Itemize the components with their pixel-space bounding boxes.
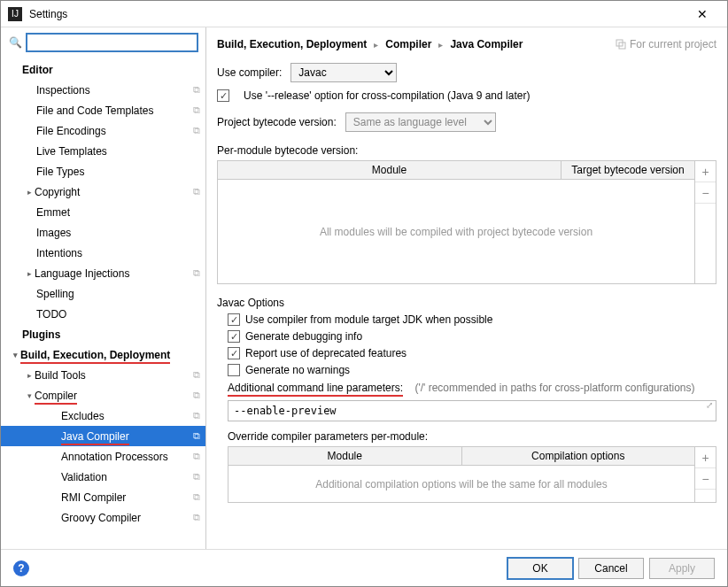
copy-icon: ⧉ [193,430,200,442]
override-label: Override compiler parameters per-module: [228,430,716,443]
tree-inspections[interactable]: Inspections⧉ [1,80,205,100]
search-input[interactable] [26,33,198,52]
chevron-down-icon: ▾ [10,351,20,359]
tree-spelling[interactable]: Spelling [1,283,205,304]
params-hint: ('/' recommended in paths for cross-plat… [414,382,694,394]
for-current-project: For current project [616,38,716,50]
use-compiler-label: Use compiler: [217,66,282,79]
breadcrumb-a[interactable]: Build, Execution, Deployment [217,38,367,50]
help-button[interactable]: ? [13,560,29,576]
remove-override-button[interactable]: − [695,468,716,490]
tree-plugins[interactable]: Plugins [1,324,205,344]
chevron-right-icon: ▸ [24,188,35,197]
tree-bed[interactable]: ▾Build, Execution, Deployment [1,344,205,365]
expand-icon[interactable]: ⤢ [706,400,713,410]
override-h1: Module [228,447,462,465]
params-input[interactable] [228,400,716,421]
release-option-label: Use '--release' option for cross-compila… [244,89,530,102]
chevron-right-icon: ▸ [374,40,378,50]
per-module-table: Module Target bytecode version All modul… [217,160,716,284]
tree-editor[interactable]: Editor [1,59,205,80]
per-module-label: Per-module bytecode version: [217,144,716,157]
chevron-right-icon: ▸ [438,40,443,50]
tree-live-templates[interactable]: Live Templates [1,141,205,161]
tree-build-tools[interactable]: ▸Build Tools⧉ [1,365,205,385]
tree-todo[interactable]: TODO [1,304,205,324]
titlebar: IJ Settings ✕ [1,1,727,27]
cancel-button[interactable]: Cancel [578,558,644,579]
target-header: Target bytecode version [561,161,694,179]
copy-icon: ⧉ [193,390,200,401]
deprecated-label: Report use of deprecated features [245,347,407,359]
tree-compiler[interactable]: ▾Compiler⧉ [1,385,205,405]
copy-icon: ⧉ [193,369,200,381]
tree-language-injections[interactable]: ▸Language Injections⧉ [1,263,205,283]
remove-module-button[interactable]: − [695,182,716,204]
javac-section-label: Javac Options [217,297,716,309]
release-option-checkbox[interactable]: ✓ [217,89,229,102]
tree-copyright[interactable]: ▸Copyright⧉ [1,182,205,202]
search-icon: 🔍 [8,36,22,49]
copy-icon: ⧉ [193,267,200,279]
chevron-right-icon: ▸ [24,371,35,380]
chevron-right-icon: ▸ [24,269,35,278]
tree-java-compiler[interactable]: Java Compiler⧉ [1,426,205,446]
copy-icon: ⧉ [193,125,200,136]
ok-button[interactable]: OK [507,558,573,579]
copy-icon: ⧉ [193,471,200,483]
breadcrumb-c: Java Compiler [450,38,523,50]
apply-button[interactable]: Apply [649,558,715,579]
override-empty: Additional compilation options will be t… [228,466,694,502]
copy-icon: ⧉ [193,410,200,421]
override-table: Module Compilation options Additional co… [228,446,716,503]
tree-excludes[interactable]: Excludes⧉ [1,405,205,426]
tree-emmet[interactable]: Emmet [1,202,205,222]
override-h2: Compilation options [462,447,695,465]
nowarn-checkbox[interactable] [228,364,240,376]
use-compiler-select[interactable]: Javac [290,63,397,82]
add-override-button[interactable]: + [695,447,716,468]
target-jdk-checkbox[interactable]: ✓ [228,313,240,326]
copy-icon: ⧉ [193,186,200,197]
copy-icon: ⧉ [193,104,200,116]
tree-images[interactable]: Images [1,222,205,243]
tree-intentions[interactable]: Intentions [1,243,205,263]
copy-icon: ⧉ [193,491,200,503]
debug-checkbox[interactable]: ✓ [228,330,240,343]
breadcrumb: Build, Execution, Deployment ▸ Compiler … [217,35,716,59]
tree-file-code-templates[interactable]: File and Code Templates⧉ [1,100,205,120]
settings-tree[interactable]: Editor Inspections⧉ File and Code Templa… [1,58,205,549]
tree-annotation-processors[interactable]: Annotation Processors⧉ [1,446,205,467]
copy-icon [616,39,626,50]
copy-icon: ⧉ [193,84,200,96]
tree-file-encodings[interactable]: File Encodings⧉ [1,120,205,141]
module-header: Module [218,161,561,179]
tree-rmi-compiler[interactable]: RMI Compiler⧉ [1,487,205,507]
add-module-button[interactable]: + [695,161,716,182]
module-table-empty: All modules will be compiled with projec… [218,180,694,283]
close-button[interactable]: ✕ [685,2,720,27]
debug-label: Generate debugging info [245,330,362,343]
window-title: Settings [29,8,685,20]
project-bytecode-label: Project bytecode version: [217,116,337,128]
project-bytecode-select[interactable]: Same as language level [345,112,496,132]
breadcrumb-b[interactable]: Compiler [385,38,431,50]
chevron-down-icon: ▾ [24,391,35,400]
target-jdk-label: Use compiler from module target JDK when… [245,313,492,326]
app-icon: IJ [8,7,22,21]
deprecated-checkbox[interactable]: ✓ [228,347,240,359]
copy-icon: ⧉ [193,512,200,523]
tree-groovy-compiler[interactable]: Groovy Compiler⧉ [1,507,205,528]
nowarn-label: Generate no warnings [245,364,350,376]
tree-validation[interactable]: Validation⧉ [1,467,205,487]
tree-file-types[interactable]: File Types [1,161,205,182]
copy-icon: ⧉ [193,451,200,462]
params-label: Additional command line parameters: [228,382,403,397]
